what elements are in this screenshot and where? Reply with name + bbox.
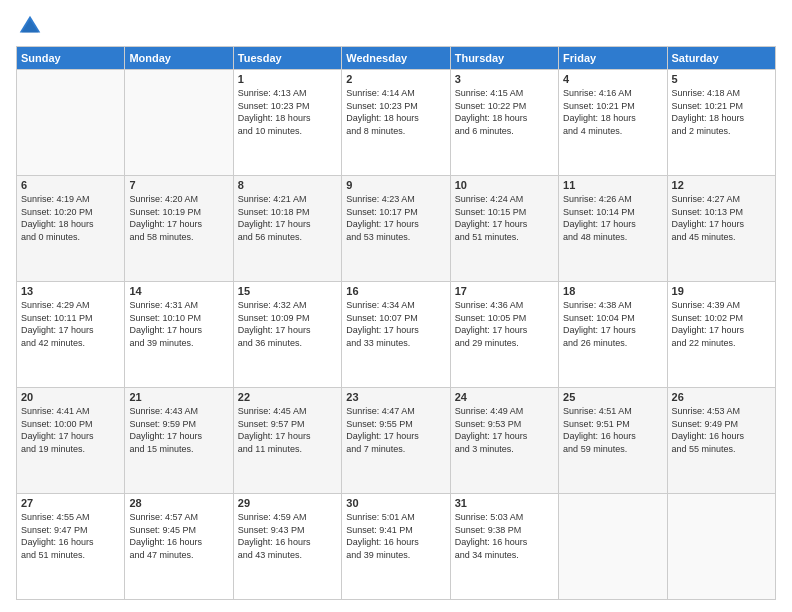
weekday-header-saturday: Saturday — [667, 47, 775, 70]
day-content: Sunrise: 4:14 AM Sunset: 10:23 PM Daylig… — [346, 87, 445, 137]
day-content: Sunrise: 4:43 AM Sunset: 9:59 PM Dayligh… — [129, 405, 228, 455]
calendar-cell: 16Sunrise: 4:34 AM Sunset: 10:07 PM Dayl… — [342, 282, 450, 388]
day-content: Sunrise: 5:03 AM Sunset: 9:38 PM Dayligh… — [455, 511, 554, 561]
page: SundayMondayTuesdayWednesdayThursdayFrid… — [0, 0, 792, 612]
day-number: 26 — [672, 391, 771, 403]
calendar-cell: 27Sunrise: 4:55 AM Sunset: 9:47 PM Dayli… — [17, 494, 125, 600]
day-number: 27 — [21, 497, 120, 509]
day-content: Sunrise: 4:57 AM Sunset: 9:45 PM Dayligh… — [129, 511, 228, 561]
day-content: Sunrise: 4:26 AM Sunset: 10:14 PM Daylig… — [563, 193, 662, 243]
calendar-cell: 15Sunrise: 4:32 AM Sunset: 10:09 PM Dayl… — [233, 282, 341, 388]
day-content: Sunrise: 4:45 AM Sunset: 9:57 PM Dayligh… — [238, 405, 337, 455]
day-content: Sunrise: 4:23 AM Sunset: 10:17 PM Daylig… — [346, 193, 445, 243]
calendar-cell — [559, 494, 667, 600]
day-content: Sunrise: 4:29 AM Sunset: 10:11 PM Daylig… — [21, 299, 120, 349]
day-content: Sunrise: 4:24 AM Sunset: 10:15 PM Daylig… — [455, 193, 554, 243]
day-content: Sunrise: 5:01 AM Sunset: 9:41 PM Dayligh… — [346, 511, 445, 561]
day-number: 11 — [563, 179, 662, 191]
day-number: 13 — [21, 285, 120, 297]
calendar-week-row: 1Sunrise: 4:13 AM Sunset: 10:23 PM Dayli… — [17, 70, 776, 176]
calendar-cell: 22Sunrise: 4:45 AM Sunset: 9:57 PM Dayli… — [233, 388, 341, 494]
calendar-cell: 11Sunrise: 4:26 AM Sunset: 10:14 PM Dayl… — [559, 176, 667, 282]
day-content: Sunrise: 4:51 AM Sunset: 9:51 PM Dayligh… — [563, 405, 662, 455]
day-number: 28 — [129, 497, 228, 509]
day-content: Sunrise: 4:27 AM Sunset: 10:13 PM Daylig… — [672, 193, 771, 243]
calendar-week-row: 27Sunrise: 4:55 AM Sunset: 9:47 PM Dayli… — [17, 494, 776, 600]
calendar: SundayMondayTuesdayWednesdayThursdayFrid… — [16, 46, 776, 600]
calendar-cell: 19Sunrise: 4:39 AM Sunset: 10:02 PM Dayl… — [667, 282, 775, 388]
day-number: 31 — [455, 497, 554, 509]
calendar-cell: 7Sunrise: 4:20 AM Sunset: 10:19 PM Dayli… — [125, 176, 233, 282]
day-content: Sunrise: 4:15 AM Sunset: 10:22 PM Daylig… — [455, 87, 554, 137]
day-number: 17 — [455, 285, 554, 297]
calendar-cell: 12Sunrise: 4:27 AM Sunset: 10:13 PM Dayl… — [667, 176, 775, 282]
logo-icon — [16, 12, 44, 40]
day-number: 20 — [21, 391, 120, 403]
day-number: 29 — [238, 497, 337, 509]
day-content: Sunrise: 4:55 AM Sunset: 9:47 PM Dayligh… — [21, 511, 120, 561]
day-content: Sunrise: 4:59 AM Sunset: 9:43 PM Dayligh… — [238, 511, 337, 561]
day-content: Sunrise: 4:53 AM Sunset: 9:49 PM Dayligh… — [672, 405, 771, 455]
calendar-cell: 21Sunrise: 4:43 AM Sunset: 9:59 PM Dayli… — [125, 388, 233, 494]
calendar-cell: 4Sunrise: 4:16 AM Sunset: 10:21 PM Dayli… — [559, 70, 667, 176]
day-number: 21 — [129, 391, 228, 403]
day-number: 6 — [21, 179, 120, 191]
calendar-cell: 17Sunrise: 4:36 AM Sunset: 10:05 PM Dayl… — [450, 282, 558, 388]
day-number: 23 — [346, 391, 445, 403]
day-number: 16 — [346, 285, 445, 297]
day-number: 14 — [129, 285, 228, 297]
logo — [16, 12, 48, 40]
calendar-cell: 1Sunrise: 4:13 AM Sunset: 10:23 PM Dayli… — [233, 70, 341, 176]
day-number: 1 — [238, 73, 337, 85]
calendar-cell: 24Sunrise: 4:49 AM Sunset: 9:53 PM Dayli… — [450, 388, 558, 494]
day-content: Sunrise: 4:16 AM Sunset: 10:21 PM Daylig… — [563, 87, 662, 137]
calendar-cell: 8Sunrise: 4:21 AM Sunset: 10:18 PM Dayli… — [233, 176, 341, 282]
day-content: Sunrise: 4:13 AM Sunset: 10:23 PM Daylig… — [238, 87, 337, 137]
day-content: Sunrise: 4:38 AM Sunset: 10:04 PM Daylig… — [563, 299, 662, 349]
calendar-cell: 26Sunrise: 4:53 AM Sunset: 9:49 PM Dayli… — [667, 388, 775, 494]
weekday-header-sunday: Sunday — [17, 47, 125, 70]
calendar-cell: 3Sunrise: 4:15 AM Sunset: 10:22 PM Dayli… — [450, 70, 558, 176]
day-number: 4 — [563, 73, 662, 85]
calendar-cell: 28Sunrise: 4:57 AM Sunset: 9:45 PM Dayli… — [125, 494, 233, 600]
day-number: 24 — [455, 391, 554, 403]
calendar-cell: 20Sunrise: 4:41 AM Sunset: 10:00 PM Dayl… — [17, 388, 125, 494]
calendar-cell — [125, 70, 233, 176]
day-content: Sunrise: 4:20 AM Sunset: 10:19 PM Daylig… — [129, 193, 228, 243]
day-number: 15 — [238, 285, 337, 297]
calendar-week-row: 13Sunrise: 4:29 AM Sunset: 10:11 PM Dayl… — [17, 282, 776, 388]
weekday-header-monday: Monday — [125, 47, 233, 70]
weekday-header-thursday: Thursday — [450, 47, 558, 70]
calendar-cell: 30Sunrise: 5:01 AM Sunset: 9:41 PM Dayli… — [342, 494, 450, 600]
weekday-header-friday: Friday — [559, 47, 667, 70]
calendar-cell: 2Sunrise: 4:14 AM Sunset: 10:23 PM Dayli… — [342, 70, 450, 176]
day-content: Sunrise: 4:31 AM Sunset: 10:10 PM Daylig… — [129, 299, 228, 349]
calendar-cell: 13Sunrise: 4:29 AM Sunset: 10:11 PM Dayl… — [17, 282, 125, 388]
day-number: 7 — [129, 179, 228, 191]
day-number: 5 — [672, 73, 771, 85]
calendar-cell — [17, 70, 125, 176]
day-content: Sunrise: 4:18 AM Sunset: 10:21 PM Daylig… — [672, 87, 771, 137]
day-number: 22 — [238, 391, 337, 403]
day-number: 9 — [346, 179, 445, 191]
day-content: Sunrise: 4:34 AM Sunset: 10:07 PM Daylig… — [346, 299, 445, 349]
calendar-cell: 25Sunrise: 4:51 AM Sunset: 9:51 PM Dayli… — [559, 388, 667, 494]
header — [16, 12, 776, 40]
day-number: 25 — [563, 391, 662, 403]
calendar-week-row: 20Sunrise: 4:41 AM Sunset: 10:00 PM Dayl… — [17, 388, 776, 494]
calendar-cell: 6Sunrise: 4:19 AM Sunset: 10:20 PM Dayli… — [17, 176, 125, 282]
day-number: 18 — [563, 285, 662, 297]
day-number: 12 — [672, 179, 771, 191]
day-content: Sunrise: 4:41 AM Sunset: 10:00 PM Daylig… — [21, 405, 120, 455]
calendar-cell: 29Sunrise: 4:59 AM Sunset: 9:43 PM Dayli… — [233, 494, 341, 600]
day-number: 10 — [455, 179, 554, 191]
weekday-header-tuesday: Tuesday — [233, 47, 341, 70]
weekday-header-wednesday: Wednesday — [342, 47, 450, 70]
day-number: 2 — [346, 73, 445, 85]
day-content: Sunrise: 4:36 AM Sunset: 10:05 PM Daylig… — [455, 299, 554, 349]
day-content: Sunrise: 4:49 AM Sunset: 9:53 PM Dayligh… — [455, 405, 554, 455]
day-number: 30 — [346, 497, 445, 509]
calendar-cell: 18Sunrise: 4:38 AM Sunset: 10:04 PM Dayl… — [559, 282, 667, 388]
calendar-cell: 10Sunrise: 4:24 AM Sunset: 10:15 PM Dayl… — [450, 176, 558, 282]
day-content: Sunrise: 4:32 AM Sunset: 10:09 PM Daylig… — [238, 299, 337, 349]
